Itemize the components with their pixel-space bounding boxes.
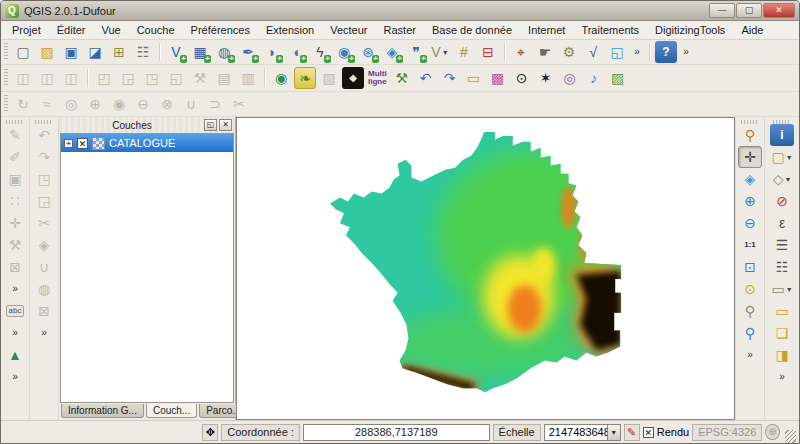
pipe-tool-button[interactable]: ⚙ (558, 41, 580, 63)
raster-region-button[interactable]: ◱ (606, 41, 628, 63)
new-composer-button[interactable]: ⊞ (108, 41, 130, 63)
fill-ring-button[interactable]: ◉ (108, 93, 130, 115)
palette-plugin-button[interactable]: ▩ (487, 67, 509, 89)
coordinate-input[interactable] (303, 424, 490, 441)
disc-plugin-button[interactable]: ◎ (559, 67, 581, 89)
label-freeze-button[interactable]: ◫ (60, 67, 82, 89)
ring-plugin-button[interactable]: ⊙ (511, 67, 533, 89)
field-calculator-button[interactable]: ε (770, 212, 794, 234)
add-delimited-text-button[interactable]: ❞ + (405, 41, 427, 63)
openlayers-plugin-button[interactable]: ❧ (294, 67, 316, 89)
image-plugin-button[interactable]: ▨ (607, 67, 629, 89)
minimize-button[interactable]: — (709, 3, 735, 18)
add-wfs-layer-button[interactable]: ◈ + (381, 41, 403, 63)
map-tips-toggle-button[interactable]: ▭ (770, 300, 794, 322)
label-save-button[interactable]: ◫ (12, 67, 34, 89)
zoom-last-button[interactable]: ⚲ (738, 300, 762, 322)
rotate-feature-button[interactable]: ↻ (12, 93, 34, 115)
panel-close-button[interactable]: ✕ (219, 119, 232, 131)
select-features-button[interactable]: ▢ ▼ (770, 146, 794, 168)
diagram-options-button[interactable]: ▥ (237, 67, 259, 89)
terrain-analysis-button[interactable]: ▲ (3, 344, 27, 366)
save-edits-button[interactable]: ▣ (3, 168, 27, 190)
archive-plugin-button[interactable]: ▭ (463, 67, 485, 89)
union-features-button[interactable]: ∪ (32, 256, 56, 278)
title-bar[interactable]: Q QGIS 2.0.1-Dufour — ▢ ✕ (1, 1, 799, 21)
tracker-icon[interactable]: ✥ (202, 424, 218, 441)
menu-item[interactable]: Traitements (574, 22, 646, 38)
undo-plugin-button[interactable]: ↶ (415, 67, 437, 89)
add-spatialite-layer-button[interactable]: ✒ + (237, 41, 259, 63)
chart-plugin-button[interactable]: ♪ (583, 67, 605, 89)
delete-part-button[interactable]: ⊗ (156, 93, 178, 115)
epsg-button[interactable]: EPSG:4326 (692, 424, 762, 441)
panel-float-button[interactable]: ◱ (204, 119, 217, 131)
add-label-button[interactable]: ◲ (117, 67, 139, 89)
merge-features-button[interactable]: ◈ (32, 234, 56, 256)
scale-combo[interactable]: 2147483648 ▼ (544, 424, 621, 441)
menu-item[interactable]: Éditer (50, 22, 93, 38)
delete-feature-button[interactable]: ⊠ (32, 300, 56, 322)
render-checkbox[interactable]: ✕ (643, 427, 654, 438)
rotate-label-button[interactable]: ◱ (165, 67, 187, 89)
add-mssql-layer-button[interactable]: ◗ + (261, 41, 283, 63)
panel-tab[interactable]: Information G... (61, 404, 144, 418)
menu-item[interactable]: Base de donnée (425, 22, 519, 38)
attribute-table-button[interactable]: ☰ (770, 234, 794, 256)
statistics-button[interactable]: ☷ (770, 256, 794, 278)
zoom-native-button[interactable]: 1:1 (738, 234, 762, 256)
zoom-full-button[interactable]: ⊡ (738, 256, 762, 278)
pan-map-button[interactable]: ✛ (738, 146, 762, 168)
crs-globe-icon[interactable]: ⊕ (765, 424, 779, 440)
save-project-button[interactable]: ▣ (60, 41, 82, 63)
identify-button[interactable]: i (770, 124, 794, 146)
add-ring-button[interactable]: ◎ (60, 93, 82, 115)
add-vector-layer-button[interactable]: V + (165, 41, 187, 63)
delete-selected-button[interactable]: ⊠ (3, 256, 27, 278)
toolbar-overflow-icon[interactable]: » (738, 344, 762, 366)
stop-render-icon[interactable]: ✎ (624, 424, 640, 441)
deselect-all-button[interactable]: ⊘ (770, 190, 794, 212)
label-settings-button[interactable]: ⚒ (189, 67, 211, 89)
new-shapefile-button[interactable]: V ▼ (429, 41, 451, 63)
zoom-in-button[interactable]: ⊕ (738, 190, 762, 212)
add-feature-button[interactable]: ∷ (3, 190, 27, 212)
save-project-as-button[interactable]: ◪ (84, 41, 106, 63)
redo-button[interactable]: ↷ (32, 146, 56, 168)
add-wcs-layer-button[interactable]: ⊛ + (357, 41, 379, 63)
map-tips-button[interactable]: ☛ (534, 41, 556, 63)
toolbar-grip[interactable] (4, 95, 8, 113)
plugin-settings-button[interactable]: ⚒ (391, 67, 413, 89)
render-toggle[interactable]: ✕ Rendu (643, 426, 689, 438)
add-wms-layer-button[interactable]: ◉ + (333, 41, 355, 63)
help-button[interactable]: ? (655, 41, 677, 63)
cut-features-button[interactable]: ✂ (32, 212, 56, 234)
menu-item[interactable]: Internet (521, 22, 572, 38)
label-star-button[interactable]: ◫ (36, 67, 58, 89)
toolbar-overflow-icon[interactable]: » (770, 366, 794, 388)
simplify-feature-button[interactable]: ≈ (36, 93, 58, 115)
paste-features-button[interactable]: ◲ (32, 190, 56, 212)
form-annotation-button[interactable]: ◨ (770, 344, 794, 366)
measure-button[interactable]: ▭ ▼ (770, 278, 794, 300)
label-abc-button[interactable]: abc (3, 300, 27, 322)
copy-features-button[interactable]: ◳ (32, 168, 56, 190)
map-canvas[interactable] (236, 117, 735, 420)
toolbar-overflow-icon[interactable]: » (630, 41, 644, 63)
menu-item[interactable]: Raster (377, 22, 423, 38)
add-raster-layer-button[interactable]: ▦ + (189, 41, 211, 63)
toolbar-grip[interactable] (4, 43, 8, 61)
edit-pen-button[interactable]: ✐ (3, 146, 27, 168)
menu-item[interactable]: Vecteur (323, 22, 374, 38)
add-sqlanywhere-layer-button[interactable]: ϟ + (309, 41, 331, 63)
touch-zoom-button[interactable]: ⚲ (738, 124, 762, 146)
chevron-down-icon[interactable]: ▼ (607, 425, 620, 440)
menu-item[interactable]: DigitizingTools (648, 22, 732, 38)
close-button[interactable]: ✕ (763, 3, 795, 18)
menu-item[interactable]: Préférences (184, 22, 257, 38)
pan-to-selection-button[interactable]: ◈ (738, 168, 762, 190)
new-project-button[interactable]: ▢ (12, 41, 34, 63)
offset-curve-button[interactable]: ⊃ (204, 93, 226, 115)
multiline-tool-button[interactable]: Multi ligne (366, 67, 389, 89)
undo-button[interactable]: ↶ (32, 124, 56, 146)
